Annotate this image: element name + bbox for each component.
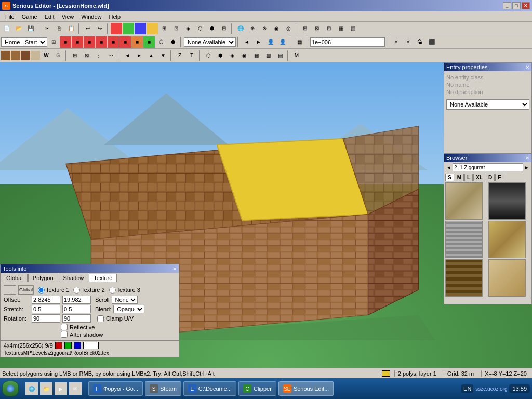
tb2-move2[interactable]: ►: [253, 36, 264, 48]
tb-tool11[interactable]: 🌐: [235, 23, 246, 34]
tb3-w[interactable]: W: [41, 50, 52, 61]
menu-edit[interactable]: Edit: [42, 12, 58, 21]
tb-tool1[interactable]: [111, 23, 122, 34]
tb-cut[interactable]: ✂: [42, 23, 53, 34]
ttab-shadow[interactable]: Shadow: [59, 274, 89, 282]
tb3-tex3[interactable]: [21, 51, 30, 60]
tb3-snap1[interactable]: ⊞: [69, 50, 81, 61]
minimize-button[interactable]: _: [503, 2, 511, 9]
tb2-sun4[interactable]: ⬛: [426, 36, 437, 48]
radio-tex1[interactable]: [38, 287, 45, 294]
tb3-arrow3[interactable]: ▲: [145, 50, 157, 61]
tb-paste[interactable]: 📋: [65, 23, 77, 34]
tb3-snap3[interactable]: ⋮: [93, 50, 104, 61]
menu-file[interactable]: File: [2, 12, 18, 21]
tb2-grid1[interactable]: ▦: [294, 36, 305, 48]
btab-m[interactable]: M: [455, 174, 464, 181]
tb2-btn8[interactable]: ■: [131, 36, 143, 48]
tb2-entity2[interactable]: 👤: [277, 36, 288, 48]
tb2-btn6[interactable]: ■: [108, 36, 119, 48]
tb-tool9[interactable]: ⬢: [206, 23, 218, 34]
tb2-sun3[interactable]: 🌤: [414, 36, 425, 48]
value-input[interactable]: [310, 37, 385, 47]
quicklaunch-mail[interactable]: ✉: [69, 382, 82, 395]
tb-tool15[interactable]: ◎: [283, 23, 294, 34]
blend-select[interactable]: Opaque: [113, 305, 144, 313]
btab-f[interactable]: F: [495, 174, 503, 181]
tb-tool4[interactable]: [147, 23, 158, 34]
stretch-v-input[interactable]: [62, 305, 91, 313]
tb2-btn2[interactable]: ■: [60, 36, 71, 48]
tb-save[interactable]: 💾: [25, 23, 36, 34]
quicklaunch-media[interactable]: ▶: [55, 382, 67, 395]
tb3-render5[interactable]: ▦: [250, 50, 262, 61]
none-available-combo[interactable]: None Available: [184, 37, 236, 47]
tb3-tex4[interactable]: [31, 51, 40, 60]
tb-new[interactable]: 📄: [1, 23, 12, 34]
aftershadow-check[interactable]: [61, 331, 68, 338]
tb2-sun1[interactable]: ☀: [390, 36, 402, 48]
tb3-render6[interactable]: ▧: [262, 50, 274, 61]
tb3-render4[interactable]: ◉: [238, 50, 250, 61]
tb3-arrow4[interactable]: ▼: [157, 50, 169, 61]
quicklaunch-folder[interactable]: 📁: [40, 382, 52, 395]
tb3-tex1[interactable]: [1, 51, 10, 60]
tb-tool7[interactable]: ◈: [182, 23, 194, 34]
titlebar-controls[interactable]: _ □ ✕: [503, 2, 530, 9]
tb3-render1[interactable]: ⬡: [203, 50, 214, 61]
home-start-combo[interactable]: Home - Start: [1, 37, 47, 47]
tb-tool18[interactable]: ⊡: [323, 23, 335, 34]
offset-v-input[interactable]: [62, 296, 91, 304]
tb3-arrow1[interactable]: ◄: [122, 50, 133, 61]
tb3-g[interactable]: G: [52, 50, 64, 61]
tb-tool5[interactable]: ⊞: [158, 23, 170, 34]
radio-tex2-label[interactable]: Texture 2: [73, 287, 104, 294]
ttab-polygon[interactable]: Polygon: [28, 274, 58, 282]
tb2-sun2[interactable]: ☀: [402, 36, 414, 48]
tb3-t[interactable]: T: [186, 50, 197, 61]
tools-info-close[interactable]: ✕: [172, 266, 177, 272]
radio-tex3-label[interactable]: Texture 3: [109, 287, 140, 294]
btab-s[interactable]: S: [445, 174, 454, 181]
tb-tool3[interactable]: [135, 23, 146, 34]
tb-tool2[interactable]: [123, 23, 134, 34]
texture-thumb-6[interactable]: [488, 259, 526, 297]
tb-tool12[interactable]: ⊕: [247, 23, 258, 34]
browser-scroll-area[interactable]: [444, 298, 531, 304]
stretch-u-input[interactable]: [32, 305, 60, 313]
tb3-render7[interactable]: ▤: [274, 50, 286, 61]
maximize-button[interactable]: □: [512, 2, 521, 9]
tb-tool6[interactable]: ⊡: [170, 23, 182, 34]
tb-copy[interactable]: ⎘: [54, 23, 65, 34]
radio-tex1-label[interactable]: Texture 1: [38, 287, 69, 294]
close-button[interactable]: ✕: [522, 2, 530, 9]
tb-undo[interactable]: ↩: [82, 23, 94, 34]
rot-u-input[interactable]: [32, 314, 60, 323]
ttab-texture[interactable]: Texture: [89, 274, 117, 282]
texture-thumb-1[interactable]: [445, 182, 483, 220]
browser-back[interactable]: ◄: [446, 165, 451, 170]
menu-window[interactable]: Window: [78, 12, 104, 21]
tb2-btn1[interactable]: ⊞: [48, 36, 59, 48]
btab-xl[interactable]: XL: [473, 174, 485, 181]
tb2-btn5[interactable]: ■: [96, 36, 107, 48]
tb-tool17[interactable]: ⊠: [311, 23, 323, 34]
language-indicator[interactable]: EN: [461, 384, 473, 393]
browser-path[interactable]: 2_1 Ziggurrat: [453, 163, 523, 171]
taskbar-serious[interactable]: SE Serious Edit...: [278, 381, 334, 396]
taskbar-explorer[interactable]: E C:\Docume...: [183, 381, 236, 396]
texture-thumb-3[interactable]: [445, 221, 483, 258]
tb-tool8[interactable]: ⬡: [194, 23, 206, 34]
clamp-check[interactable]: [97, 315, 104, 322]
tb-redo[interactable]: ↪: [94, 23, 105, 34]
tb3-m1[interactable]: M: [291, 50, 302, 61]
tb3-snap2[interactable]: ⊠: [81, 50, 92, 61]
tb2-btn11[interactable]: ⬢: [167, 36, 179, 48]
ttab-global[interactable]: Global: [2, 274, 28, 282]
tb2-btn4[interactable]: ■: [84, 36, 95, 48]
menu-view[interactable]: View: [59, 12, 77, 21]
radio-tex2[interactable]: [73, 287, 80, 294]
entity-combo[interactable]: None Available: [446, 99, 529, 110]
btab-l[interactable]: L: [464, 174, 473, 181]
tb-open[interactable]: 📂: [13, 23, 24, 34]
